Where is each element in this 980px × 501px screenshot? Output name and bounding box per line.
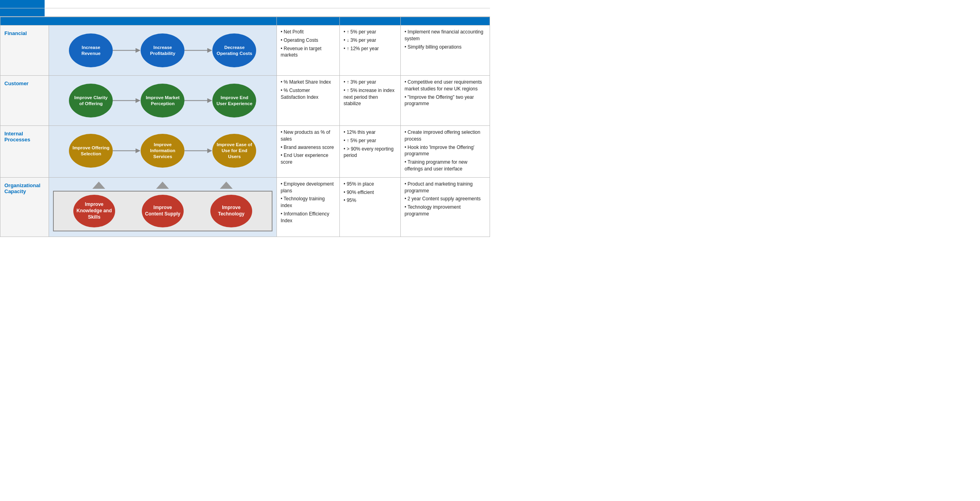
oval-financial-0: Increase Revenue	[69, 33, 113, 67]
ovals-row-customer: Improve Clarity of OfferingImprove Marke…	[51, 78, 274, 123]
target-item: • ↑ 5% increase in index next period the…	[344, 87, 396, 107]
mission-label	[0, 8, 44, 16]
label-financial: Financial	[0, 25, 49, 76]
ovals-row-internal: Improve Offering SelectionImprove Inform…	[51, 128, 274, 174]
measures-financial: • Net Profit• Operating Costs• Revenue i…	[276, 25, 339, 76]
initiatives-customer: • Competitive end user requirements mark…	[400, 76, 490, 126]
oval-org-2: Improve Technology	[210, 195, 252, 227]
target-item: • 12% this year	[344, 129, 396, 136]
oval-financial-1: Increase Profitability	[141, 33, 184, 67]
initiative-item: • Technology improvement programme	[405, 204, 486, 217]
strategy-area-financial: Increase RevenueIncrease ProfitabilityDe…	[49, 25, 276, 76]
measure-item: • End User experience score	[281, 152, 335, 166]
initiative-item: • Product and marketing training program…	[405, 181, 486, 194]
initiative-item: • 2 year Content supply agreements	[405, 196, 486, 202]
vision-text	[44, 0, 490, 8]
arrow-up-icon	[220, 182, 233, 189]
targets-internal: • 12% this year• ↑ 5% per year• > 90% ev…	[339, 126, 400, 178]
target-item: • ↑ 3% per year	[344, 79, 396, 86]
measures-customer: • % Market Share Index• % Customer Satis…	[276, 76, 339, 126]
target-item: • ↑ 12% per year	[344, 45, 396, 52]
initiative-item: • Create improved offering selection pro…	[405, 129, 486, 143]
header-row	[0, 17, 490, 25]
measure-item: • % Customer Satisfaction Index	[281, 87, 335, 101]
target-item: • ↓ 3% per year	[344, 37, 396, 44]
mission-row	[0, 8, 490, 17]
target-item: • ↑ 5% per year	[344, 137, 396, 144]
initiative-item: • Competitive end user requirements mark…	[405, 79, 486, 92]
vision-row	[0, 0, 490, 8]
arrow-up-icon	[92, 182, 105, 189]
oval-org-0: Improve Knowledge and Skills	[73, 195, 115, 227]
initiatives-internal: • Create improved offering selection pro…	[400, 126, 490, 178]
oval-customer-1: Improve Market Perception	[141, 84, 184, 117]
header-strategy	[0, 17, 277, 25]
mission-text	[44, 8, 490, 16]
org-arrows-up	[51, 180, 274, 191]
row-org: Organizational CapacityImprove Knowledge…	[0, 177, 490, 237]
oval-internal-0: Improve Offering Selection	[69, 134, 113, 168]
oval-financial-2: Decrease Operating Costs	[212, 33, 256, 67]
row-customer: CustomerImprove Clarity of OfferingImpro…	[0, 76, 490, 126]
org-box: Improve Knowledge and SkillsImprove Cont…	[53, 191, 272, 231]
arrow-up-icon	[156, 182, 169, 189]
measure-item: • Net Profit	[281, 29, 335, 35]
initiative-item: • Implement new financial accounting sys…	[405, 29, 486, 42]
label-org: Organizational Capacity	[0, 177, 49, 237]
target-item: • ↑ 5% per year	[344, 29, 396, 35]
measure-item: • % Market Share Index	[281, 79, 335, 86]
oval-customer-0: Improve Clarity of Offering	[69, 84, 113, 117]
measure-item: • Operating Costs	[281, 37, 335, 44]
strategy-area-org: Improve Knowledge and SkillsImprove Cont…	[49, 177, 276, 237]
oval-customer-2: Improve End User Experience	[212, 84, 256, 117]
target-item: • > 90% every reporting period	[344, 146, 396, 159]
measure-item: • Information Efficiency Index	[281, 211, 335, 224]
measure-item: • Employee development plans	[281, 181, 335, 194]
initiative-item: • Hook into 'Improve the Offering' progr…	[405, 144, 486, 158]
initiatives-org: • Product and marketing training program…	[400, 177, 490, 237]
initiative-item: • Training programme for new offerings a…	[405, 159, 486, 172]
row-financial: FinancialIncrease RevenueIncrease Profit…	[0, 25, 490, 76]
header-initiatives	[400, 17, 490, 25]
label-internal: Internal Processes	[0, 126, 49, 178]
header-measures	[276, 17, 339, 25]
target-item: • 95%	[344, 197, 396, 204]
ovals-row-financial: Increase RevenueIncrease ProfitabilityDe…	[51, 27, 274, 73]
measure-item: • Brand awareness score	[281, 144, 335, 151]
target-item: • 90% efficient	[344, 189, 396, 196]
oval-internal-2: Improve Ease of Use for End Users	[212, 134, 256, 168]
strategy-area-customer: Improve Clarity of OfferingImprove Marke…	[49, 76, 276, 126]
measure-item: • Revenue in target markets	[281, 45, 335, 59]
label-customer: Customer	[0, 76, 49, 126]
target-item: • 95% in place	[344, 181, 396, 188]
initiative-item: • Simplify billing operations	[405, 44, 486, 51]
row-internal: Internal ProcessesImprove Offering Selec…	[0, 126, 490, 178]
initiative-item: • "Improve the Offering" two year progra…	[405, 94, 486, 108]
measures-internal: • New products as % of sales• Brand awar…	[276, 126, 339, 178]
oval-org-1: Improve Content Supply	[142, 195, 184, 227]
initiatives-financial: • Implement new financial accounting sys…	[400, 25, 490, 76]
measure-item: • New products as % of sales	[281, 129, 335, 143]
bsc-table: FinancialIncrease RevenueIncrease Profit…	[0, 17, 490, 237]
targets-org: • 95% in place• 90% efficient• 95%	[339, 177, 400, 237]
strategy-area-internal: Improve Offering SelectionImprove Inform…	[49, 126, 276, 178]
oval-internal-1: Improve Information Services	[141, 134, 184, 168]
measures-org: • Employee development plans• Technology…	[276, 177, 339, 237]
targets-customer: • ↑ 3% per year• ↑ 5% increase in index …	[339, 76, 400, 126]
header-targets	[339, 17, 400, 25]
targets-financial: • ↑ 5% per year• ↓ 3% per year• ↑ 12% pe…	[339, 25, 400, 76]
vision-label	[0, 0, 44, 8]
measure-item: • Technology training index	[281, 196, 335, 209]
